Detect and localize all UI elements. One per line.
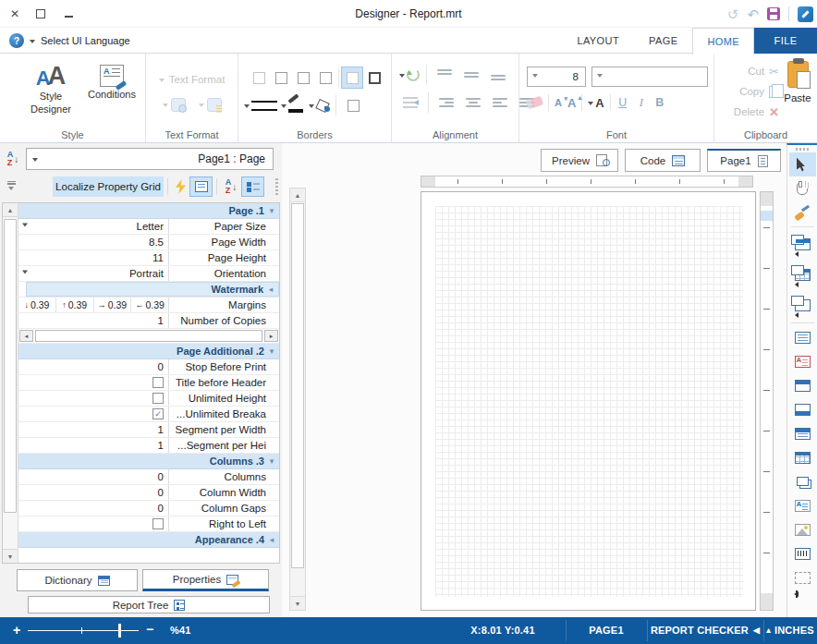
property-row-title-before-header[interactable]: Title before Header <box>18 375 279 391</box>
property-row-page-height[interactable]: 11 Page Height <box>18 250 279 266</box>
property-row-paper-size[interactable]: Letter Paper Size <box>18 219 279 235</box>
panel-top-component-button[interactable] <box>789 373 816 397</box>
toolbox-grip[interactable] <box>796 148 809 151</box>
barcode-component-button[interactable] <box>789 541 816 565</box>
underline-button[interactable]: U <box>616 96 629 109</box>
checkbox-checked[interactable]: ✓ <box>152 408 164 419</box>
rich-text-component-button[interactable] <box>789 349 816 373</box>
tab-properties[interactable]: Properties <box>142 569 269 591</box>
report-checker-button[interactable]: REPORT CHECKER ◀ <box>647 625 763 636</box>
dropdown-icon[interactable] <box>22 224 28 230</box>
expand-collapse-button[interactable] <box>3 176 19 197</box>
chevron-down-icon[interactable] <box>27 149 43 169</box>
tab-layout[interactable]: LAYOUT <box>562 28 634 54</box>
zoom-slider[interactable] <box>28 630 139 631</box>
property-row-segment-per-height[interactable]: 1 ...Segment per Hei <box>18 438 279 454</box>
align-center-button[interactable] <box>462 92 484 113</box>
table-component-button[interactable] <box>789 445 816 469</box>
property-row-orientation[interactable]: Portrait Orientation <box>18 266 279 282</box>
units-button[interactable]: ▴ INCHES <box>763 625 817 636</box>
cross-bands-flyout-button[interactable] <box>789 260 816 290</box>
save-icon[interactable] <box>767 7 780 20</box>
scrollbar-thumb[interactable] <box>4 219 17 513</box>
currency-format-button[interactable] <box>199 98 222 112</box>
pan-tool-button[interactable] <box>789 176 816 200</box>
scroll-right-icon[interactable]: ▸ <box>264 330 278 342</box>
property-row-column-gaps[interactable]: 0 Column Gaps <box>18 501 279 516</box>
tab-page[interactable]: PAGE <box>634 28 692 54</box>
font-color-dropdown[interactable]: A <box>588 96 604 110</box>
border-bottom-button[interactable] <box>270 67 292 89</box>
scroll-down-icon[interactable]: ▼ <box>290 596 305 610</box>
fill-color-dropdown[interactable] <box>309 100 330 112</box>
border-box-button[interactable] <box>342 94 364 116</box>
delete-button[interactable]: Delete ✕ <box>714 102 781 122</box>
expand-icon[interactable]: ◂ <box>266 535 279 544</box>
component-selector-combo[interactable]: Page1 : Page <box>26 148 274 170</box>
align-middle-button[interactable] <box>460 65 482 85</box>
category-page-additional[interactable]: Page Additional .2 ▾ <box>18 344 279 359</box>
page-grid[interactable] <box>435 206 743 597</box>
grow-font-button[interactable]: A▴ <box>567 97 576 109</box>
category-page[interactable]: Page .1 ▾ <box>18 203 279 219</box>
components-flyout-button[interactable] <box>789 290 816 321</box>
clone-component-button[interactable] <box>789 469 816 493</box>
chevron-down-icon[interactable] <box>30 40 35 46</box>
tab-file[interactable]: FILE <box>754 28 817 54</box>
text-component-button[interactable] <box>789 325 816 349</box>
bands-flyout-button[interactable] <box>789 229 816 260</box>
report-page[interactable] <box>421 191 756 611</box>
property-row-number-of-copies[interactable]: 1 Number of Copies <box>18 313 279 329</box>
scroll-down-icon[interactable]: ▼ <box>3 549 18 563</box>
bold-button[interactable]: B <box>653 96 666 109</box>
margin-right-cell[interactable]: →0.39 <box>94 298 132 312</box>
property-row-segment-per-width[interactable]: 1 Segment per Width <box>18 422 279 438</box>
property-row-stop-before-print[interactable]: 0 Stop Before Print <box>18 359 279 375</box>
border-all-button[interactable] <box>363 67 385 89</box>
scroll-up-icon[interactable]: ▲ <box>290 188 305 202</box>
word-wrap-button[interactable] <box>399 92 421 113</box>
align-left-button[interactable] <box>489 92 511 113</box>
subcategory-watermark[interactable]: Watermark ◂ <box>18 282 279 298</box>
events-icon[interactable] <box>176 179 186 194</box>
report-tree-button[interactable]: Report Tree <box>28 596 270 614</box>
sort-az-button[interactable]: AZ ↓ <box>3 149 23 169</box>
property-grid-hscrollbar[interactable]: ◂ ▸ <box>18 329 279 344</box>
property-row-column-width[interactable]: 0 Column Width <box>18 485 279 501</box>
chevron-down-icon[interactable] <box>592 67 606 86</box>
property-grid-scrollbar[interactable]: ▲ ▼ <box>3 203 18 563</box>
scrollbar-track[interactable] <box>35 330 262 342</box>
property-row-margins[interactable]: ↓0.39 ↑0.39 →0.39 ←0.39 Margins <box>18 298 279 313</box>
scroll-up-icon[interactable]: ▲ <box>3 203 18 217</box>
property-row-unlimited-height[interactable]: Unlimited Height <box>18 391 279 407</box>
tab-preview[interactable]: Preview <box>541 149 618 172</box>
zoom-out-button[interactable]: − <box>146 622 153 637</box>
expand-icon[interactable]: ▾ <box>266 206 279 215</box>
scroll-left-icon[interactable]: ◂ <box>19 330 33 342</box>
panel-bottom-component-button[interactable] <box>789 397 816 421</box>
property-row-right-to-left[interactable]: Right to Left <box>18 516 279 532</box>
expand-icon[interactable]: ▾ <box>266 346 279 356</box>
tab-page1[interactable]: Page1 <box>707 149 781 172</box>
scrollbar-thumb[interactable] <box>291 203 304 568</box>
text-rotation-dropdown[interactable] <box>399 68 420 81</box>
text-in-cells-button[interactable] <box>789 493 816 517</box>
align-right-button[interactable] <box>435 92 457 113</box>
statusbar-page-button[interactable]: PAGE1 <box>566 625 647 636</box>
style-tool-button[interactable] <box>789 200 816 225</box>
select-ui-language[interactable]: Select UI Language <box>41 35 130 46</box>
category-columns[interactable]: Columns .3 ▾ <box>18 454 279 469</box>
border-top-button[interactable] <box>248 67 270 89</box>
expand-icon[interactable]: ▾ <box>266 456 279 466</box>
property-row-unlimited-break[interactable]: ✓ ...Unlimited Breaka <box>18 407 279 422</box>
font-size-combo[interactable]: 8 <box>527 67 586 87</box>
border-left-button[interactable] <box>292 67 314 89</box>
style-designer-button[interactable]: AA Style Designer <box>22 59 79 116</box>
align-bottom-button[interactable] <box>487 65 509 85</box>
chevron-down-icon[interactable] <box>528 67 542 86</box>
paste-button[interactable]: Paste <box>781 57 814 129</box>
undo-icon[interactable]: ↶ <box>747 7 759 21</box>
font-name-combo[interactable] <box>591 67 708 87</box>
dropdown-icon[interactable] <box>22 271 28 277</box>
text-format-button[interactable]: Text Format <box>146 74 238 85</box>
